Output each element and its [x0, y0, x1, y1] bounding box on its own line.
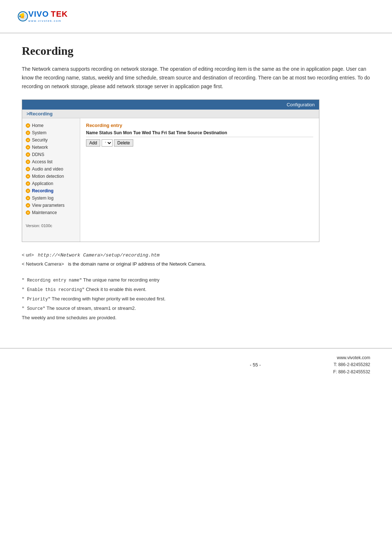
config-nav: + Home + System + Security + Network + — [22, 118, 80, 242]
nav-icon-home: + — [26, 123, 30, 128]
nav-label-home: Home — [32, 123, 44, 128]
nav-item-access-list[interactable]: + Access list — [22, 158, 80, 165]
note-4: " Source" The source of stream, stream1 … — [22, 304, 370, 313]
nav-label-access-list: Access list — [32, 159, 53, 164]
vivotek-logo: VIVO TEK www.vivotek.com — [15, 7, 73, 28]
config-body: + Home + System + Security + Network + — [22, 118, 319, 242]
note-1-label: " Recording entry name" — [22, 278, 82, 283]
nav-label-network: Network — [32, 145, 48, 150]
footer-contact: www.vivotek.com T: 886-2-82455282 F: 886… — [333, 354, 370, 376]
nav-icon-maintenance: + — [26, 210, 30, 215]
nav-icon-ddns: + — [26, 152, 30, 157]
nav-item-network[interactable]: + Network — [22, 144, 80, 151]
logo-container: VIVO TEK www.vivotek.com — [15, 7, 377, 28]
nav-icon-application: + — [26, 181, 30, 186]
nav-icon-motion-detection: + — [26, 174, 30, 178]
recording-controls: Add ▼ Delete — [86, 139, 313, 147]
page-title: Recording — [22, 44, 370, 58]
nav-item-system[interactable]: + System — [22, 129, 80, 136]
nav-item-maintenance[interactable]: + Maintenance — [22, 209, 80, 216]
nav-item-security[interactable]: + Security — [22, 136, 80, 144]
nav-label-system-log: System log — [32, 196, 53, 201]
page-number: - 55 - — [177, 362, 333, 368]
nav-icon-network: + — [26, 145, 30, 149]
url-line2-label: < Network Camera> — [22, 261, 64, 267]
nav-label-system: System — [32, 130, 46, 135]
config-panel: Recording entry Name Status Sun Mon Tue … — [80, 118, 319, 242]
config-header-label: Configuration — [287, 102, 315, 107]
nav-item-recording[interactable]: + Recording — [22, 187, 80, 194]
note-5-text: The weekly and time schedules are provid… — [22, 315, 117, 320]
url-line2-value: is the domain name or original IP addres… — [68, 261, 206, 267]
version-text: Version: 0100c — [22, 223, 80, 231]
footer: - 55 - www.vivotek.com T: 886-2-82455282… — [0, 349, 392, 381]
nav-item-system-log[interactable]: + System log — [22, 194, 80, 202]
url-line1-label: < url> — [22, 252, 34, 258]
note-2-text: Check it to enable this event. — [86, 287, 146, 292]
note-1: " Recording entry name" The unique name … — [22, 275, 370, 285]
nav-label-security: Security — [32, 138, 48, 143]
nav-icon-audio-video: + — [26, 167, 30, 171]
nav-icon-system-log: + — [26, 196, 30, 200]
footer-fax: F: 886-2-82455532 — [333, 369, 370, 376]
nav-label-motion-detection: Motion detection — [32, 174, 64, 179]
page-description: The Network camera supports recording on… — [22, 65, 370, 91]
priority-select[interactable]: ▼ — [102, 139, 113, 147]
nav-label-maintenance: Maintenance — [32, 210, 57, 215]
url-section: < url> http://<Network Camera>/setup/rec… — [22, 251, 370, 268]
note-3: " Priority" The recording with higher pr… — [22, 294, 370, 304]
notes-section: " Recording entry name" The unique name … — [22, 275, 370, 323]
footer-phone: T: 886-2-82455282 — [333, 361, 370, 368]
nav-label-view-parameters: View parameters — [32, 203, 65, 208]
nav-item-application[interactable]: + Application — [22, 180, 80, 187]
svg-text:www.vivotek.com: www.vivotek.com — [28, 19, 61, 22]
config-breadcrumb: >Recording — [22, 110, 319, 118]
svg-point-4 — [19, 16, 21, 17]
nav-label-ddns: DDNS — [32, 152, 44, 157]
nav-icon-security: + — [26, 138, 30, 142]
note-4-label: " Source" — [22, 306, 45, 311]
nav-item-ddns[interactable]: + DDNS — [22, 151, 80, 158]
note-1-text: The unique name for recording entry — [83, 277, 159, 283]
note-3-label: " Priority" — [22, 297, 50, 302]
url-line-2: < Network Camera> is the domain name or … — [22, 260, 370, 268]
main-content: Recording The Network camera supports re… — [0, 33, 392, 341]
nav-icon-view-parameters: + — [26, 203, 30, 208]
nav-item-view-parameters[interactable]: + View parameters — [22, 202, 80, 209]
config-box: Configuration >Recording + Home + System… — [22, 99, 319, 242]
note-2: " Enable this recording" Check it to ena… — [22, 285, 370, 294]
nav-label-recording: Recording — [32, 188, 53, 193]
page-header: VIVO TEK www.vivotek.com — [0, 0, 392, 33]
note-5: The weekly and time schedules are provid… — [22, 313, 370, 323]
note-4-text: The source of stream, stream1 or stream2… — [46, 305, 136, 311]
recording-table-header: Name Status Sun Mon Tue Wed Thu Fri Sat … — [86, 130, 313, 137]
url-line1-value: http://<Network Camera>/setup/recording.… — [38, 253, 159, 258]
svg-text:TEK: TEK — [51, 9, 68, 19]
nav-label-audio-video: Audio and video — [32, 167, 63, 172]
nav-icon-system: + — [26, 131, 30, 135]
nav-item-audio-video[interactable]: + Audio and video — [22, 165, 80, 173]
footer-website: www.vivotek.com — [333, 354, 370, 361]
svg-text:VIVO: VIVO — [28, 9, 49, 19]
nav-item-home[interactable]: + Home — [22, 122, 80, 129]
config-header: Configuration — [22, 100, 319, 110]
note-3-text: The recording with higher priority will … — [52, 296, 166, 301]
url-line-1: < url> http://<Network Camera>/setup/rec… — [22, 251, 370, 259]
note-2-label: " Enable this recording" — [22, 287, 85, 292]
nav-icon-recording: + — [26, 189, 30, 193]
nav-icon-access-list: + — [26, 160, 30, 164]
delete-button[interactable]: Delete — [114, 139, 133, 147]
nav-label-application: Application — [32, 181, 53, 186]
add-button[interactable]: Add — [86, 139, 100, 147]
recording-entry-title: Recording entry — [86, 123, 313, 128]
nav-item-motion-detection[interactable]: + Motion detection — [22, 173, 80, 180]
